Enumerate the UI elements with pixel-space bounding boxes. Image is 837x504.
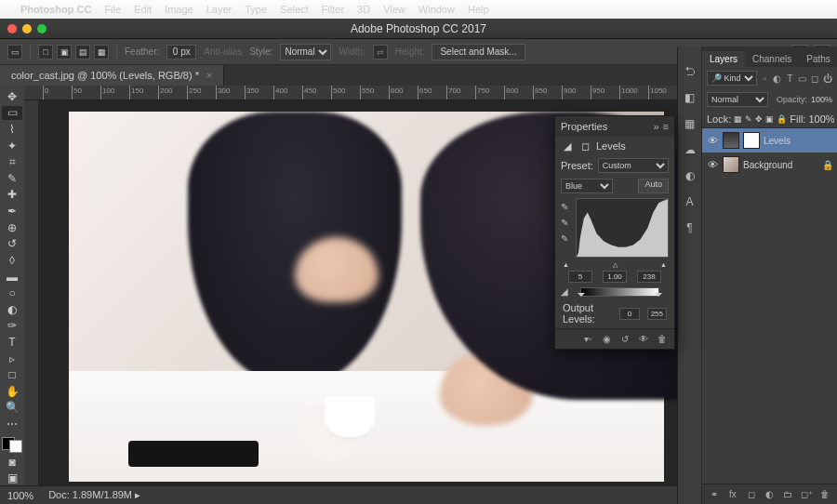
tab-paths[interactable]: Paths — [799, 51, 837, 67]
path-select-tool[interactable]: ▹ — [2, 351, 22, 366]
doc-size-value[interactable]: 1.89M/1.89M — [73, 489, 132, 500]
layer-thumbnail[interactable] — [723, 132, 739, 149]
new-layer-icon[interactable]: ◻⁺ — [800, 488, 813, 501]
panel-collapse-icon[interactable]: » — [653, 121, 658, 132]
filter-adjustment-icon[interactable]: ◐ — [773, 72, 783, 85]
tool-preset-icon[interactable]: ▭ — [7, 45, 22, 60]
blend-mode-select[interactable]: Normal — [707, 92, 768, 107]
layer-style-icon[interactable]: fx — [726, 488, 739, 501]
input-mid[interactable]: 1.00 — [603, 271, 627, 283]
adjustments-panel-icon[interactable]: ◐ — [682, 167, 698, 184]
opacity-value[interactable]: 100% — [811, 95, 832, 104]
layer-mask-thumbnail[interactable] — [743, 132, 760, 149]
style-select[interactable]: Normal — [280, 44, 331, 60]
color-panel-icon[interactable]: ◧ — [682, 89, 698, 106]
filter-toggle-icon[interactable]: ⏻ — [823, 72, 833, 85]
delete-layer-icon[interactable]: 🗑 — [818, 488, 831, 501]
menu-layer[interactable]: Layer — [206, 4, 232, 15]
zoom-level[interactable]: 100% — [7, 490, 33, 501]
select-and-mask-button[interactable]: Select and Mask... — [432, 44, 525, 60]
menu-3d[interactable]: 3D — [357, 4, 370, 15]
menu-select[interactable]: Select — [280, 4, 309, 15]
output-gradient[interactable] — [580, 287, 659, 297]
blur-tool[interactable]: ○ — [2, 285, 22, 300]
close-tab-icon[interactable]: × — [206, 70, 212, 81]
lock-position-icon[interactable]: ✥ — [755, 113, 763, 125]
channel-select[interactable]: Blue — [561, 179, 613, 193]
menu-help[interactable]: Help — [468, 4, 489, 15]
input-black[interactable]: 5 — [568, 271, 592, 283]
visibility-toggle-icon[interactable]: 👁 — [706, 159, 719, 170]
quick-select-tool[interactable]: ✦ — [2, 139, 22, 153]
crop-tool[interactable]: ⌗ — [2, 154, 22, 169]
levels-hand-icon[interactable]: ◢ — [561, 286, 568, 297]
history-brush-tool[interactable]: ↺ — [2, 236, 22, 251]
lock-transparency-icon[interactable]: ▦ — [734, 113, 742, 125]
rectangle-tool[interactable]: □ — [2, 367, 22, 382]
move-tool[interactable]: ✥ — [2, 89, 22, 104]
input-white[interactable]: 238 — [637, 271, 661, 283]
reset-icon[interactable]: ↺ — [618, 333, 631, 346]
selection-add-icon[interactable]: ▣ — [57, 45, 72, 60]
new-adjustment-icon[interactable]: ◐ — [764, 488, 777, 501]
output-black[interactable]: 0 — [619, 308, 639, 320]
mask-icon[interactable]: ◻ — [578, 139, 591, 153]
menu-type[interactable]: Type — [245, 4, 267, 15]
quick-mask-toggle[interactable]: ◙ — [2, 455, 22, 470]
character-panel-icon[interactable]: A — [682, 193, 698, 210]
healing-tool[interactable]: ✚ — [2, 188, 22, 203]
clone-tool[interactable]: ⊕ — [2, 220, 22, 235]
paragraph-panel-icon[interactable]: ¶ — [682, 219, 698, 236]
menu-view[interactable]: View — [383, 4, 405, 15]
edit-toolbar[interactable]: ⋯ — [2, 417, 22, 431]
ruler-horizontal[interactable]: 0501001502002503003504004505005506006507… — [24, 86, 677, 100]
lock-all-icon[interactable]: 🔒 — [777, 113, 787, 125]
tab-channels[interactable]: Channels — [745, 51, 799, 67]
doc-info-chevron-icon[interactable]: ▸ — [135, 489, 140, 500]
filter-pixel-icon[interactable]: ▫ — [760, 72, 770, 85]
menu-file[interactable]: File — [104, 4, 121, 15]
lock-pixels-icon[interactable]: ✎ — [745, 113, 752, 125]
menu-photoshop[interactable]: Photoshop CC — [20, 4, 91, 15]
libraries-panel-icon[interactable]: ☁ — [682, 141, 698, 158]
lasso-tool[interactable]: ⌇ — [2, 122, 22, 137]
screen-mode-toggle[interactable]: ▣ — [2, 471, 22, 486]
color-swatches[interactable] — [2, 437, 22, 453]
gradient-tool[interactable]: ▬ — [2, 270, 22, 285]
layer-filter-kind[interactable]: 🔎 Kind — [707, 71, 757, 86]
clip-to-layer-icon[interactable]: ▾▫ — [581, 333, 594, 346]
panel-menu-icon[interactable]: ≡ — [663, 121, 669, 132]
ruler-vertical[interactable] — [24, 100, 39, 485]
histogram[interactable] — [576, 198, 669, 258]
menu-filter[interactable]: Filter — [322, 4, 344, 15]
gray-eyedropper-icon[interactable]: ✎ — [561, 218, 572, 229]
feather-input[interactable] — [166, 45, 196, 60]
brush-tool[interactable]: ✒ — [2, 204, 22, 219]
black-eyedropper-icon[interactable]: ✎ — [561, 202, 572, 213]
document-tab[interactable]: color_cast.jpg @ 100% (Levels, RGB/8) * … — [0, 65, 224, 86]
filter-type-icon[interactable]: T — [785, 72, 795, 85]
dodge-tool[interactable]: ◐ — [2, 302, 22, 317]
marquee-tool[interactable]: ▭ — [2, 106, 22, 121]
new-group-icon[interactable]: 🗀 — [781, 488, 794, 501]
visibility-toggle-icon[interactable]: 👁 — [706, 135, 719, 146]
layer-name[interactable]: Levels — [764, 136, 790, 146]
filter-shape-icon[interactable]: ▭ — [798, 72, 808, 85]
layer-row[interactable]: 👁 Levels — [702, 128, 837, 153]
link-layers-icon[interactable]: ⚭ — [708, 488, 721, 501]
toggle-visibility-icon[interactable]: 👁 — [637, 333, 650, 346]
history-panel-icon[interactable]: ⮌ — [682, 63, 698, 80]
type-tool[interactable]: T — [2, 335, 22, 350]
tab-layers[interactable]: Layers — [702, 51, 745, 67]
delete-adjustment-icon[interactable]: 🗑 — [656, 333, 669, 346]
swatches-panel-icon[interactable]: ▦ — [682, 115, 698, 132]
layer-row[interactable]: 👁 Background 🔒 — [702, 153, 837, 177]
menu-edit[interactable]: Edit — [134, 4, 152, 15]
eraser-tool[interactable]: ◊ — [2, 253, 22, 268]
previous-state-icon[interactable]: ◉ — [600, 333, 613, 346]
pen-tool[interactable]: ✑ — [2, 319, 22, 334]
white-eyedropper-icon[interactable]: ✎ — [561, 233, 572, 245]
filter-smart-icon[interactable]: ◻ — [810, 72, 820, 85]
layer-thumbnail[interactable] — [723, 156, 739, 173]
selection-intersect-icon[interactable]: ▦ — [94, 45, 109, 60]
